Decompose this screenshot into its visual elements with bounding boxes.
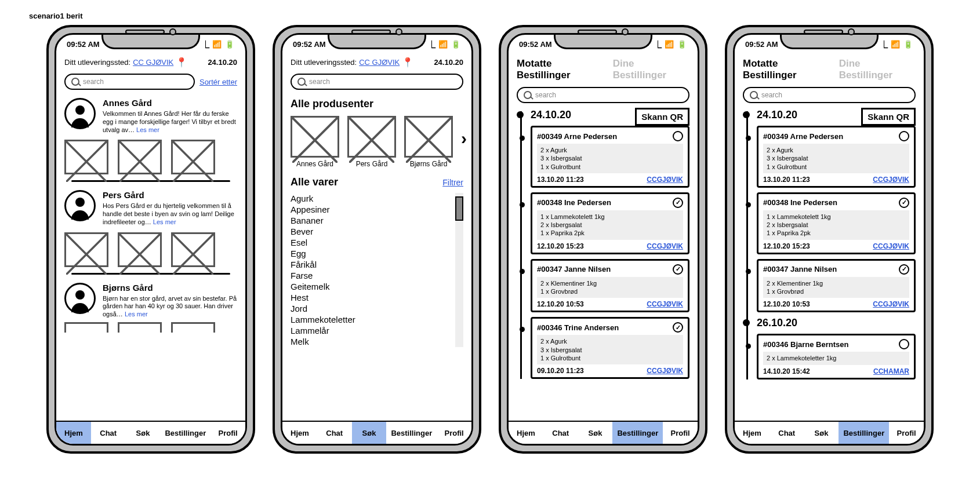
- product-thumb[interactable]: [64, 140, 108, 174]
- product-thumb[interactable]: [171, 140, 215, 174]
- order-card[interactable]: #00347 Janne Nilsen ✓ 2 x Klementiner 1k…: [531, 259, 689, 313]
- delivery-label: Ditt utleveringssted:: [291, 58, 357, 67]
- producer-card[interactable]: Bjørns Gård: [404, 116, 453, 168]
- item-row[interactable]: Fårikål: [291, 259, 452, 270]
- read-more-link[interactable]: Les mer: [136, 126, 159, 133]
- farm-item[interactable]: Bjørns Gård Bjørn har en stor gård, arve…: [64, 283, 237, 333]
- delivery-location-link[interactable]: CC GJØVIK: [359, 58, 400, 67]
- nav-hjem[interactable]: Hjem: [735, 422, 770, 444]
- item-row[interactable]: Bananer: [291, 215, 452, 226]
- nav-sok[interactable]: Søk: [804, 422, 839, 444]
- nav-sok[interactable]: Søk: [578, 422, 613, 444]
- item-row[interactable]: Jord: [291, 303, 452, 314]
- item-row[interactable]: Appesiner: [291, 204, 452, 215]
- nav-chat[interactable]: Chat: [770, 422, 804, 444]
- nav-chat[interactable]: Chat: [543, 422, 578, 444]
- order-location-link[interactable]: CCHAMAR: [873, 367, 909, 375]
- read-more-link[interactable]: Les mer: [153, 218, 176, 225]
- order-location-link[interactable]: CCGJØVIK: [873, 242, 909, 250]
- order-card[interactable]: #00348 Ine Pedersen ✓ 1 x Lammekotelett …: [531, 192, 689, 254]
- order-location-link[interactable]: CCGJØVIK: [647, 367, 683, 375]
- delivery-location-link[interactable]: CC GJØVIK: [133, 58, 173, 67]
- order-timestamp: 12.10.20 15:23: [763, 242, 810, 250]
- order-status-icon: [899, 339, 909, 349]
- product-thumb[interactable]: [118, 322, 162, 333]
- nav-profil[interactable]: Profil: [663, 422, 698, 444]
- scrollbar-thumb[interactable]: [455, 196, 463, 221]
- farm-title: Pers Gård: [103, 190, 237, 200]
- nav-chat[interactable]: Chat: [91, 422, 126, 444]
- status-icons: ⎿ 📶 🔋: [202, 40, 235, 49]
- product-thumb[interactable]: [64, 322, 108, 333]
- chevron-right-icon[interactable]: ›: [461, 129, 467, 148]
- search-input[interactable]: search: [291, 74, 463, 90]
- orders-tab-inactive[interactable]: Dine Bestillinger: [839, 58, 916, 81]
- order-location-link[interactable]: CCGJØVIK: [647, 242, 683, 250]
- item-row[interactable]: Egg: [291, 248, 452, 259]
- nav-sok[interactable]: Søk: [126, 422, 161, 444]
- order-card[interactable]: #00349 Arne Pedersen 2 x Agurk3 x Isberg…: [531, 126, 689, 188]
- nav-chat[interactable]: Chat: [317, 422, 352, 444]
- farm-item[interactable]: Pers Gård Hos Pers Gård er du hjertelig …: [64, 190, 237, 267]
- order-location-link[interactable]: CCGJØVIK: [873, 176, 909, 184]
- order-card[interactable]: #00346 Trine Andersen ✓ 2 x Agurk3 x Isb…: [531, 317, 689, 379]
- nav-bestillinger[interactable]: Bestillinger: [386, 422, 437, 444]
- search-input[interactable]: search: [517, 87, 689, 103]
- filter-link[interactable]: Filtrer: [442, 178, 463, 187]
- order-timestamp: 12.10.20 10:53: [537, 300, 584, 308]
- item-row[interactable]: Agurk: [291, 193, 452, 204]
- farm-desc: Hos Pers Gård er du hjertelig velkommen …: [103, 202, 237, 226]
- sort-link[interactable]: Sortér etter: [199, 78, 237, 86]
- search-screen: Ditt utleveringssted: CC GJØVIK 📍 24.10.…: [282, 53, 471, 421]
- orders-tab-active[interactable]: Motatte Bestillinger: [743, 58, 833, 81]
- scan-qr-button[interactable]: Skann QR: [861, 108, 916, 126]
- orders-timeline: 24.10.20 Skann QR #00349 Arne Pedersen 2…: [517, 109, 689, 379]
- producer-card[interactable]: Annes Gård: [291, 116, 339, 168]
- map-pin-icon[interactable]: 📍: [402, 57, 413, 68]
- nav-hjem[interactable]: Hjem: [56, 422, 91, 444]
- farm-list: Annes Gård Velkommen til Annes Gård! Her…: [64, 98, 237, 333]
- item-row[interactable]: Geitemelk: [291, 281, 452, 292]
- product-thumb[interactable]: [118, 232, 162, 267]
- item-row[interactable]: Hest: [291, 292, 452, 303]
- order-card[interactable]: #00348 Ine Pedersen ✓ 1 x Lammekotelett …: [757, 192, 916, 254]
- item-row[interactable]: Lammelår: [291, 325, 452, 336]
- order-card[interactable]: #00349 Arne Pedersen 2 x Agurk3 x Isberg…: [757, 126, 916, 188]
- product-thumb[interactable]: [171, 232, 215, 267]
- nav-hjem[interactable]: Hjem: [282, 422, 317, 444]
- item-row[interactable]: Esel: [291, 237, 452, 248]
- delivery-date: 24.10.20: [434, 58, 463, 67]
- items-list[interactable]: Agurk Appesiner Bananer Bever Esel Egg F…: [291, 193, 463, 347]
- order-status-icon: ✓: [899, 198, 909, 208]
- order-location-link[interactable]: CCGJØVIK: [647, 300, 683, 308]
- item-row[interactable]: Farse: [291, 270, 452, 281]
- producer-card[interactable]: Pers Gård: [347, 116, 396, 168]
- product-thumb[interactable]: [171, 322, 215, 333]
- nav-profil[interactable]: Profil: [889, 422, 924, 444]
- item-row[interactable]: Lammekoteletter: [291, 314, 452, 325]
- map-pin-icon[interactable]: 📍: [176, 57, 187, 68]
- search-input[interactable]: search: [64, 74, 195, 90]
- orders-tab-inactive[interactable]: Dine Bestillinger: [613, 58, 689, 81]
- nav-profil[interactable]: Profil: [210, 422, 245, 444]
- nav-sok[interactable]: Søk: [352, 422, 387, 444]
- nav-hjem[interactable]: Hjem: [509, 422, 543, 444]
- nav-bestillinger[interactable]: Bestillinger: [612, 422, 663, 444]
- nav-profil[interactable]: Profil: [437, 422, 471, 444]
- order-location-link[interactable]: CCGJØVIK: [647, 176, 683, 184]
- scan-qr-button[interactable]: Skann QR: [635, 108, 689, 126]
- order-location-link[interactable]: CCGJØVIK: [873, 300, 909, 308]
- order-card[interactable]: #00347 Janne Nilsen ✓ 2 x Klementiner 1k…: [757, 259, 916, 313]
- farm-item[interactable]: Annes Gård Velkommen til Annes Gård! Her…: [64, 98, 237, 174]
- item-row[interactable]: Bever: [291, 226, 452, 237]
- nav-bestillinger[interactable]: Bestillinger: [160, 422, 210, 444]
- product-thumb[interactable]: [64, 232, 108, 267]
- orders-tab-active[interactable]: Motatte Bestillinger: [517, 58, 607, 81]
- nav-bestillinger[interactable]: Bestillinger: [839, 422, 889, 444]
- read-more-link[interactable]: Les mer: [125, 311, 148, 318]
- producer-carousel[interactable]: Annes Gård Pers Gård Bjørns Gård ›: [291, 116, 463, 168]
- item-row[interactable]: Melk: [291, 336, 452, 347]
- search-input[interactable]: search: [743, 87, 916, 103]
- product-thumb[interactable]: [118, 140, 162, 174]
- order-card[interactable]: #00346 Bjarne Berntsen 2 x Lammekotelett…: [757, 334, 916, 379]
